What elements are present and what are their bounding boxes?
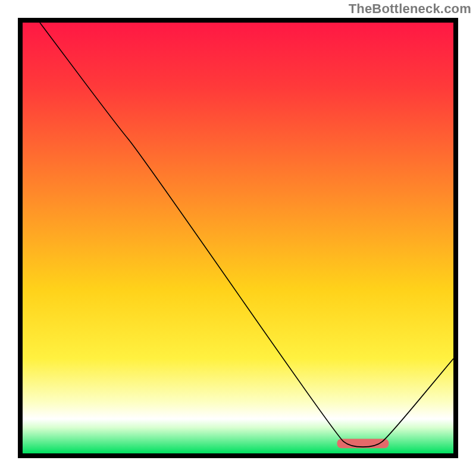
- chart-plot-area: [23, 23, 453, 453]
- chart-background: [23, 23, 453, 453]
- chart-frame: [18, 18, 458, 458]
- chart-svg: [23, 23, 453, 453]
- watermark-text: TheBottleneck.com: [349, 1, 471, 17]
